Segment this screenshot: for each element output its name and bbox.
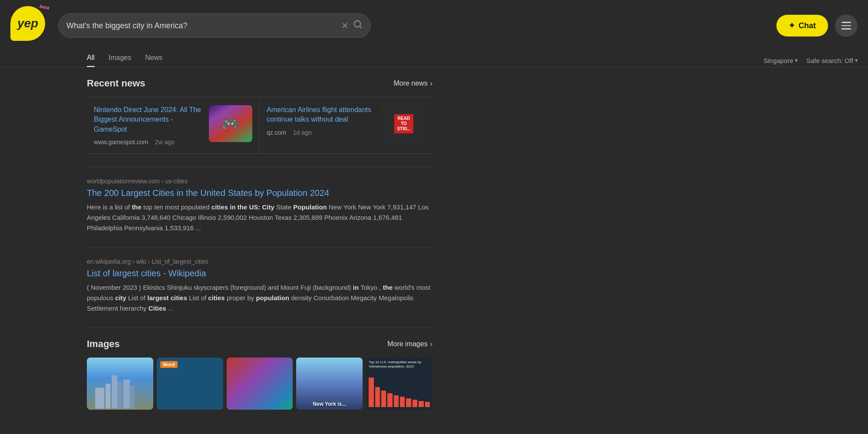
svg-line-1 [360,26,361,28]
chart-bar-7 [406,398,411,407]
menu-button[interactable] [835,14,858,37]
news-meta-airlines: qz.com 1d ago [267,129,376,136]
news-item-gamespot: Nintendo Direct June 2024: All The Bigge… [87,97,260,153]
news-link-gamespot[interactable]: Nintendo Direct June 2024: All The Bigge… [94,105,203,134]
more-images-label: More images [387,340,427,348]
svg-rect-6 [130,386,135,409]
search-result-worldpopulation: worldpopulationreview.com › us-cities Th… [87,178,432,233]
safe-search-arrow-icon: ▾ [855,57,858,63]
news-source-gamespot: www.gamespot.com [94,139,148,146]
image-thumb-newyork[interactable]: New York is... [296,358,363,410]
news-text-airlines: American Airlines flight attendants cont… [267,105,376,146]
recent-news-header: Recent news More news › [87,78,432,89]
chart-bar-9 [419,401,423,407]
images-section: Images More images › Word [87,338,432,410]
svg-rect-5 [123,380,130,409]
divider-2 [87,247,432,248]
news-source-airlines: qz.com [267,129,286,136]
image-thumb-chart[interactable]: Top 10 U.S. metropolitan areas by Vietna… [366,358,432,410]
chart-bars [369,370,430,407]
news-item-airlines: American Airlines flight attendants cont… [260,97,432,153]
news-text-gamespot: Nintendo Direct June 2024: All The Bigge… [94,105,203,146]
images-grid: Word New York is... Top 10 U.S. metropol… [87,358,432,410]
safe-search-label: Safe search: Off [806,57,853,64]
news-meta-gamespot: www.gamespot.com 2w ago [94,139,203,146]
gamespot-thumb-icon: 🎮 [222,116,239,132]
chart-bar-4 [387,393,392,407]
nav-filters: Singapore ▾ Safe search: Off ▾ [763,57,858,64]
recent-news-section: Recent news More news › Nintendo Direct … [87,78,432,154]
svg-rect-4 [106,384,110,408]
images-section-header: Images More images › [87,338,432,350]
result-title-2[interactable]: List of largest cities - Wikipedia [87,268,432,279]
region-label: Singapore [763,57,793,64]
logo-bubble: yep [10,6,45,41]
menu-line-2 [842,25,851,27]
chart-bar-1 [369,378,373,407]
search-bar: ✕ [58,13,371,38]
more-images-arrow-icon: › [430,340,432,348]
result-breadcrumb-2: en.wikipedia.org › wiki › List_of_larges… [87,258,432,265]
chat-button-label: Chat [799,21,816,30]
newyork-label: New York is... [313,401,346,407]
divider-1 [87,167,432,167]
svg-rect-2 [112,375,117,408]
chat-button[interactable]: ✦ Chat [776,15,828,36]
search-clear-button[interactable]: ✕ [341,20,349,31]
search-result-wikipedia: en.wikipedia.org › wiki › List_of_larges… [87,258,432,314]
svg-rect-7 [95,388,104,409]
menu-line-3 [842,28,851,30]
search-submit-button[interactable] [353,20,363,32]
header: yep beta ✕ ✦ Chat [0,0,868,51]
beta-badge: beta [40,3,50,10]
chart-bar-6 [400,397,405,407]
svg-rect-3 [118,381,122,408]
region-arrow-icon: ▾ [795,57,798,63]
chat-star-icon: ✦ [789,21,795,30]
more-news-label: More news [393,80,427,87]
news-grid: Nintendo Direct June 2024: All The Bigge… [87,97,432,154]
chart-bar-5 [394,395,399,407]
result-breadcrumb-1: worldpopulationreview.com › us-cities [87,178,432,185]
word-badge: Word [160,361,178,368]
nav-tabs: All Images News Singapore ▾ Safe search:… [0,51,868,67]
news-thumb-airlines: READTOSTRI... [382,105,426,142]
recent-news-title: Recent news [87,78,145,89]
logo[interactable]: yep beta [10,6,50,45]
tab-images[interactable]: Images [109,54,131,67]
city-skyline-svg [87,358,153,410]
image-thumb-word[interactable]: Word [157,358,223,410]
image-thumb-city1[interactable] [87,358,153,410]
news-link-airlines[interactable]: American Airlines flight attendants cont… [267,105,376,125]
more-news-arrow-icon: › [430,80,432,87]
chart-bar-2 [375,387,380,407]
strike-sign: READTOSTRI... [394,114,413,133]
chart-bar-8 [413,400,417,407]
main-content: Recent news More news › Nintendo Direct … [0,67,443,420]
tab-all[interactable]: All [87,54,95,67]
result-snippet-2: ( November 2023 ) Ekistics Shinjuku skys… [87,282,432,314]
divider-3 [87,328,432,328]
tab-news[interactable]: News [145,54,162,67]
image-thumb-neon[interactable] [227,358,293,410]
result-title-1[interactable]: The 200 Largest Cities in the United Sta… [87,187,432,199]
logo-text: yep [17,17,38,30]
region-filter[interactable]: Singapore ▾ [763,57,797,64]
search-input[interactable] [66,21,341,30]
chart-bar-3 [381,391,386,407]
more-images-button[interactable]: More images › [387,340,432,348]
news-thumb-gamespot: 🎮 [209,105,252,142]
more-news-button[interactable]: More news › [393,80,432,87]
menu-line-1 [842,22,851,23]
header-right: ✦ Chat [776,14,858,37]
chart-bar-10 [425,402,430,407]
chart-title: Top 10 U.S. metropolitan areas by Vietna… [369,360,430,368]
news-time-airlines: 1d ago [293,129,312,136]
images-section-title: Images [87,338,120,350]
news-time-gamespot: 2w ago [155,139,175,146]
result-snippet-1: Here is a list of the top ten most popul… [87,202,432,233]
safe-search-filter[interactable]: Safe search: Off ▾ [806,57,858,64]
